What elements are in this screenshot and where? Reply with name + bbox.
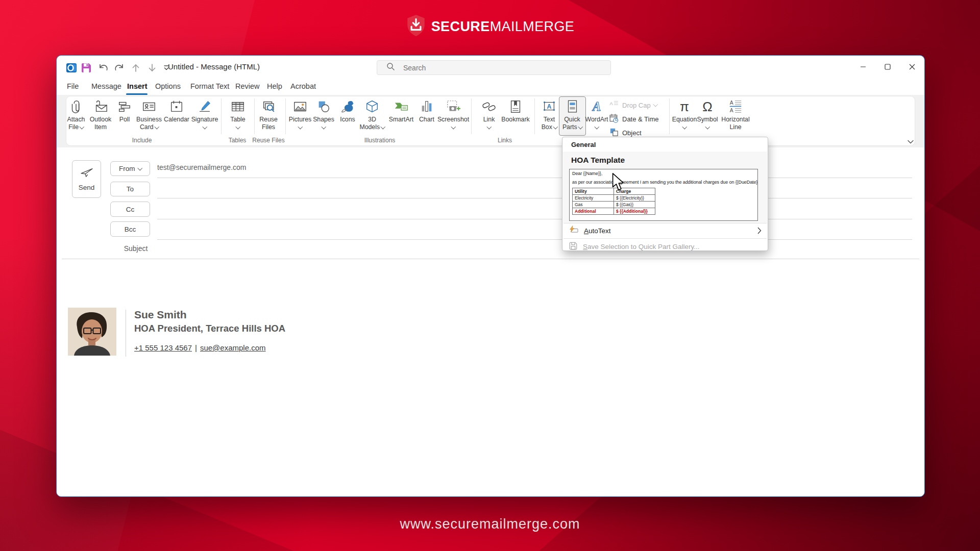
brand-name: SECUREMAILMERGE — [431, 19, 575, 35]
group-label-reuse-files: Reuse Files — [252, 137, 284, 144]
tab-message[interactable]: Message — [91, 78, 121, 95]
dropdown-chevron-icon — [321, 124, 326, 129]
maximize-button[interactable] — [876, 56, 899, 78]
signature-pen-icon — [187, 97, 223, 116]
to-button[interactable]: To — [110, 182, 150, 196]
redo-icon[interactable] — [114, 62, 125, 73]
tab-acrobat[interactable]: Acrobat — [290, 78, 316, 95]
bookmark-button[interactable]: Bookmark — [498, 97, 533, 131]
group-label-links: Links — [498, 137, 512, 144]
svg-text:A: A — [730, 100, 733, 106]
subject-label: Subject — [120, 244, 151, 253]
search-input[interactable] — [402, 63, 557, 72]
dropdown-chevron-icon — [451, 124, 455, 129]
signature-contacts: +1 555 123 4567|sue@example.com — [134, 343, 266, 352]
menu-item-autotext[interactable]: AutoText — [562, 224, 768, 237]
move-up-icon[interactable] — [130, 62, 141, 73]
bcc-button[interactable]: Bcc — [110, 221, 150, 237]
tab-review[interactable]: Review — [235, 78, 260, 95]
save-gallery-icon — [569, 241, 578, 252]
dropdown-chevron-icon — [486, 124, 491, 129]
quick-parts-menu: General HOA Template Dear {{Name}}, as p… — [562, 137, 768, 251]
drop-cap-icon: A — [609, 99, 619, 111]
reuse-files-icon — [251, 97, 286, 116]
submenu-chevron-icon — [757, 224, 762, 237]
outlook-app-icon — [66, 62, 77, 73]
search-icon — [386, 62, 395, 73]
dropdown-chevron-icon — [298, 124, 302, 129]
from-field-line[interactable] — [157, 178, 912, 178]
send-button[interactable]: Send — [72, 160, 101, 198]
signature-phone-link[interactable]: +1 555 123 4567 — [134, 343, 192, 352]
menu-section-general: General — [571, 141, 596, 148]
save-icon[interactable] — [81, 62, 92, 73]
to-field-line[interactable] — [157, 198, 912, 198]
tab-file[interactable]: File — [67, 78, 79, 95]
screenshot-button[interactable]: Screenshot — [435, 97, 471, 131]
svg-text:A: A — [547, 103, 552, 110]
preview-body: as per our association agreement I am se… — [572, 180, 758, 185]
reuse-files-button[interactable]: Reuse Files — [251, 97, 286, 131]
svg-text:A: A — [730, 108, 733, 113]
dropdown-chevron-icon — [202, 124, 207, 129]
autotext-icon — [569, 225, 579, 236]
dropdown-chevron-icon — [653, 102, 657, 107]
tab-insert[interactable]: Insert — [127, 78, 148, 95]
dropdown-chevron-icon — [137, 165, 142, 170]
screenshot-camera-icon — [435, 97, 471, 116]
group-label-tables: Tables — [229, 137, 247, 144]
bcc-field-line[interactable] — [157, 239, 912, 240]
signature-email-link[interactable]: sue@example.com — [200, 343, 266, 352]
move-down-icon[interactable] — [146, 62, 158, 73]
subject-field-line[interactable] — [62, 259, 919, 259]
menu-separator — [564, 223, 767, 223]
svg-text:A: A — [592, 99, 601, 113]
svg-text:A: A — [609, 101, 613, 106]
date-time-icon — [609, 113, 619, 125]
brand-shield-icon — [406, 14, 426, 39]
send-plane-icon — [80, 167, 94, 180]
search-box[interactable] — [377, 60, 611, 75]
bookmark-icon — [498, 97, 533, 116]
mouse-cursor — [610, 173, 626, 193]
close-button[interactable] — [900, 56, 924, 78]
horizontal-line-button[interactable]: A A Horizontal Line — [718, 97, 753, 131]
signature-name: Sue Smith — [134, 309, 187, 321]
window-title: Untitled - Message (HTML) — [168, 56, 260, 78]
signature-button[interactable]: Signature — [187, 97, 223, 131]
signature-role: HOA President, Terrace Hills HOA — [134, 323, 285, 334]
group-label-illustrations: Illustrations — [364, 137, 396, 144]
preview-greeting: Dear {{Name}}, — [572, 171, 602, 176]
from-button[interactable]: From — [110, 161, 150, 176]
dropdown-chevron-icon — [682, 124, 687, 129]
from-address-value: test@securemailmerge.com — [157, 163, 247, 171]
signature-photo — [68, 308, 116, 356]
gallery-item-hoa-template[interactable]: HOA Template — [571, 156, 625, 165]
cc-field-line[interactable] — [157, 219, 912, 219]
dropdown-chevron-icon — [594, 124, 599, 129]
quick-parts-gallery: HOA Template Dear {{Name}}, as per our a… — [563, 152, 767, 223]
menu-item-save-selection: Save Selection to Quick Part Gallery... — [562, 240, 768, 253]
hoa-template-preview[interactable]: Dear {{Name}}, as per our association ag… — [569, 169, 758, 221]
tab-help[interactable]: Help — [267, 78, 282, 95]
collapse-ribbon-icon[interactable] — [907, 137, 914, 146]
menu-separator — [564, 238, 767, 239]
tab-options[interactable]: Options — [155, 78, 181, 95]
drop-cap-button: A Drop Cap — [609, 99, 657, 111]
minimize-button[interactable] — [851, 56, 875, 78]
group-label-include: Include — [132, 137, 152, 144]
cc-button[interactable]: Cc — [110, 202, 150, 217]
signature-divider — [126, 310, 126, 357]
background: SECUREMAILMERGE www.securemailmerge.com — [0, 0, 980, 551]
horizontal-line-icon: A A — [718, 97, 753, 116]
date-time-button[interactable]: Date & Time — [609, 113, 659, 124]
outlook-message-window: Untitled - Message (HTML) File Message I… — [56, 55, 925, 497]
brand-logo: SECUREMAILMERGE — [0, 14, 980, 39]
dropdown-chevron-icon — [235, 124, 240, 129]
dropdown-chevron-icon — [705, 124, 709, 129]
footer-url: www.securemailmerge.com — [0, 516, 980, 532]
tab-format-text[interactable]: Format Text — [190, 78, 229, 95]
undo-icon[interactable] — [97, 62, 109, 73]
